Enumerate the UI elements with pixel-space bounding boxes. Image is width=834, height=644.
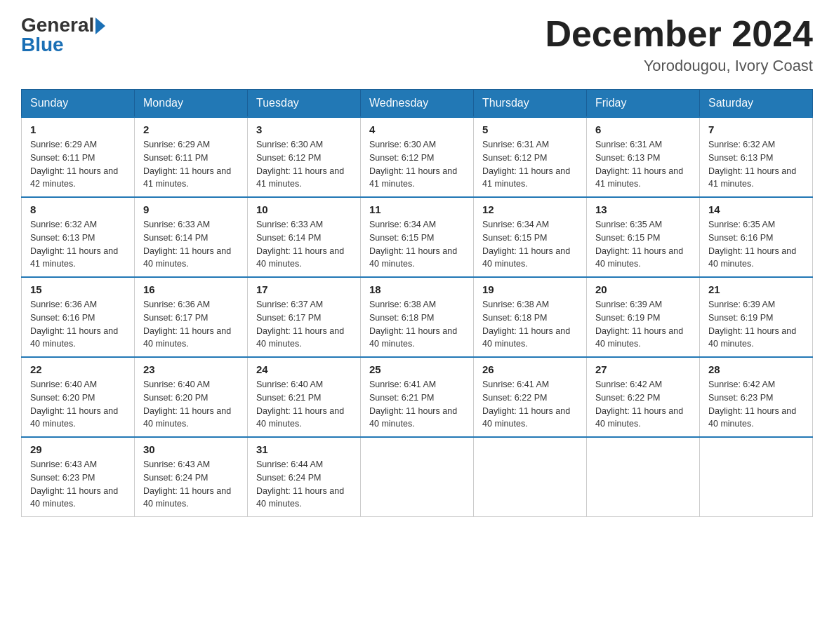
day-number: 18 [369, 283, 465, 295]
calendar-cell: 18 Sunrise: 6:38 AMSunset: 6:18 PMDaylig… [361, 277, 474, 357]
calendar-cell: 13 Sunrise: 6:35 AMSunset: 6:15 PMDaylig… [587, 197, 700, 277]
calendar-cell: 27 Sunrise: 6:42 AMSunset: 6:22 PMDaylig… [587, 357, 700, 437]
day-info: Sunrise: 6:36 AMSunset: 6:16 PMDaylight:… [30, 298, 126, 351]
calendar-cell: 7 Sunrise: 6:32 AMSunset: 6:13 PMDayligh… [700, 117, 813, 197]
column-header-thursday: Thursday [474, 90, 587, 118]
day-number: 10 [256, 203, 352, 215]
day-info: Sunrise: 6:36 AMSunset: 6:17 PMDaylight:… [143, 298, 239, 351]
calendar-cell [474, 437, 587, 517]
column-header-friday: Friday [587, 90, 700, 118]
calendar-cell: 17 Sunrise: 6:37 AMSunset: 6:17 PMDaylig… [248, 277, 361, 357]
calendar-header-row: SundayMondayTuesdayWednesdayThursdayFrid… [22, 90, 813, 118]
location-subtitle: Yorodougou, Ivory Coast [545, 57, 813, 75]
calendar-cell: 9 Sunrise: 6:33 AMSunset: 6:14 PMDayligh… [135, 197, 248, 277]
day-info: Sunrise: 6:40 AMSunset: 6:20 PMDaylight:… [143, 378, 239, 431]
day-number: 27 [595, 363, 691, 375]
logo-blue-text: Blue [21, 34, 105, 56]
day-number: 15 [30, 283, 126, 295]
day-info: Sunrise: 6:44 AMSunset: 6:24 PMDaylight:… [256, 458, 352, 511]
day-number: 1 [30, 123, 126, 135]
day-info: Sunrise: 6:40 AMSunset: 6:21 PMDaylight:… [256, 378, 352, 431]
day-info: Sunrise: 6:38 AMSunset: 6:18 PMDaylight:… [482, 298, 578, 351]
calendar-week-row: 1 Sunrise: 6:29 AMSunset: 6:11 PMDayligh… [22, 117, 813, 197]
logo-general-text: General [21, 14, 94, 36]
calendar-cell: 6 Sunrise: 6:31 AMSunset: 6:13 PMDayligh… [587, 117, 700, 197]
month-year-title: December 2024 [545, 14, 813, 54]
calendar-cell: 1 Sunrise: 6:29 AMSunset: 6:11 PMDayligh… [22, 117, 135, 197]
calendar-cell: 4 Sunrise: 6:30 AMSunset: 6:12 PMDayligh… [361, 117, 474, 197]
calendar-cell: 30 Sunrise: 6:43 AMSunset: 6:24 PMDaylig… [135, 437, 248, 517]
calendar-cell: 3 Sunrise: 6:30 AMSunset: 6:12 PMDayligh… [248, 117, 361, 197]
day-info: Sunrise: 6:33 AMSunset: 6:14 PMDaylight:… [256, 218, 352, 271]
calendar-week-row: 8 Sunrise: 6:32 AMSunset: 6:13 PMDayligh… [22, 197, 813, 277]
day-number: 7 [708, 123, 804, 135]
calendar-cell: 29 Sunrise: 6:43 AMSunset: 6:23 PMDaylig… [22, 437, 135, 517]
calendar-week-row: 15 Sunrise: 6:36 AMSunset: 6:16 PMDaylig… [22, 277, 813, 357]
day-number: 17 [256, 283, 352, 295]
day-info: Sunrise: 6:37 AMSunset: 6:17 PMDaylight:… [256, 298, 352, 351]
logo-arrow-icon [95, 18, 105, 34]
calendar-cell [587, 437, 700, 517]
calendar-cell: 16 Sunrise: 6:36 AMSunset: 6:17 PMDaylig… [135, 277, 248, 357]
day-number: 11 [369, 203, 465, 215]
day-number: 8 [30, 203, 126, 215]
calendar-cell [700, 437, 813, 517]
day-info: Sunrise: 6:41 AMSunset: 6:21 PMDaylight:… [369, 378, 465, 431]
day-info: Sunrise: 6:30 AMSunset: 6:12 PMDaylight:… [369, 138, 465, 191]
calendar-cell: 10 Sunrise: 6:33 AMSunset: 6:14 PMDaylig… [248, 197, 361, 277]
day-info: Sunrise: 6:31 AMSunset: 6:12 PMDaylight:… [482, 138, 578, 191]
calendar-cell: 14 Sunrise: 6:35 AMSunset: 6:16 PMDaylig… [700, 197, 813, 277]
day-number: 4 [369, 123, 465, 135]
day-number: 25 [369, 363, 465, 375]
day-info: Sunrise: 6:42 AMSunset: 6:22 PMDaylight:… [595, 378, 691, 431]
calendar-cell: 22 Sunrise: 6:40 AMSunset: 6:20 PMDaylig… [22, 357, 135, 437]
column-header-saturday: Saturday [700, 90, 813, 118]
day-info: Sunrise: 6:35 AMSunset: 6:16 PMDaylight:… [708, 218, 804, 271]
calendar-week-row: 29 Sunrise: 6:43 AMSunset: 6:23 PMDaylig… [22, 437, 813, 517]
title-section: December 2024 Yorodougou, Ivory Coast [545, 14, 813, 75]
calendar-cell: 12 Sunrise: 6:34 AMSunset: 6:15 PMDaylig… [474, 197, 587, 277]
day-number: 9 [143, 203, 239, 215]
calendar-cell: 5 Sunrise: 6:31 AMSunset: 6:12 PMDayligh… [474, 117, 587, 197]
calendar-table: SundayMondayTuesdayWednesdayThursdayFrid… [21, 89, 813, 517]
column-header-wednesday: Wednesday [361, 90, 474, 118]
day-info: Sunrise: 6:33 AMSunset: 6:14 PMDaylight:… [143, 218, 239, 271]
calendar-cell: 21 Sunrise: 6:39 AMSunset: 6:19 PMDaylig… [700, 277, 813, 357]
calendar-cell: 8 Sunrise: 6:32 AMSunset: 6:13 PMDayligh… [22, 197, 135, 277]
day-number: 3 [256, 123, 352, 135]
day-info: Sunrise: 6:31 AMSunset: 6:13 PMDaylight:… [595, 138, 691, 191]
column-header-monday: Monday [135, 90, 248, 118]
day-number: 6 [595, 123, 691, 135]
day-info: Sunrise: 6:29 AMSunset: 6:11 PMDaylight:… [30, 138, 126, 191]
day-number: 23 [143, 363, 239, 375]
day-number: 20 [595, 283, 691, 295]
calendar-cell: 23 Sunrise: 6:40 AMSunset: 6:20 PMDaylig… [135, 357, 248, 437]
day-info: Sunrise: 6:35 AMSunset: 6:15 PMDaylight:… [595, 218, 691, 271]
day-number: 19 [482, 283, 578, 295]
day-number: 13 [595, 203, 691, 215]
day-info: Sunrise: 6:34 AMSunset: 6:15 PMDaylight:… [482, 218, 578, 271]
day-number: 12 [482, 203, 578, 215]
calendar-cell: 28 Sunrise: 6:42 AMSunset: 6:23 PMDaylig… [700, 357, 813, 437]
day-number: 22 [30, 363, 126, 375]
day-info: Sunrise: 6:43 AMSunset: 6:23 PMDaylight:… [30, 458, 126, 511]
day-info: Sunrise: 6:41 AMSunset: 6:22 PMDaylight:… [482, 378, 578, 431]
calendar-cell: 31 Sunrise: 6:44 AMSunset: 6:24 PMDaylig… [248, 437, 361, 517]
logo: General Blue [21, 14, 105, 56]
day-number: 24 [256, 363, 352, 375]
calendar-cell: 24 Sunrise: 6:40 AMSunset: 6:21 PMDaylig… [248, 357, 361, 437]
day-number: 29 [30, 443, 126, 455]
day-info: Sunrise: 6:39 AMSunset: 6:19 PMDaylight:… [708, 298, 804, 351]
day-number: 2 [143, 123, 239, 135]
day-number: 16 [143, 283, 239, 295]
day-number: 14 [708, 203, 804, 215]
day-info: Sunrise: 6:38 AMSunset: 6:18 PMDaylight:… [369, 298, 465, 351]
page-header: General Blue December 2024 Yorodougou, I… [21, 14, 813, 75]
day-info: Sunrise: 6:40 AMSunset: 6:20 PMDaylight:… [30, 378, 126, 431]
calendar-cell: 19 Sunrise: 6:38 AMSunset: 6:18 PMDaylig… [474, 277, 587, 357]
calendar-cell: 2 Sunrise: 6:29 AMSunset: 6:11 PMDayligh… [135, 117, 248, 197]
calendar-cell: 20 Sunrise: 6:39 AMSunset: 6:19 PMDaylig… [587, 277, 700, 357]
calendar-cell [361, 437, 474, 517]
column-header-sunday: Sunday [22, 90, 135, 118]
day-info: Sunrise: 6:42 AMSunset: 6:23 PMDaylight:… [708, 378, 804, 431]
